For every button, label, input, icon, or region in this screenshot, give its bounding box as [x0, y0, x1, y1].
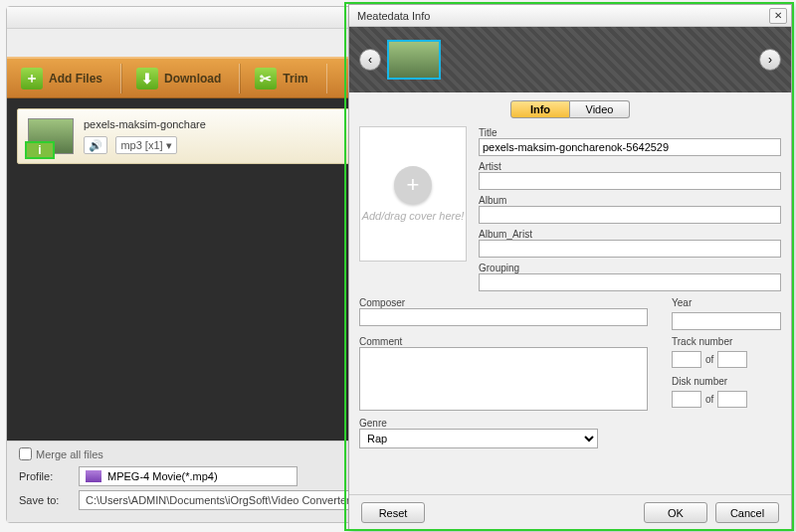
artist-input[interactable]	[479, 172, 781, 190]
download-button[interactable]: ⬇ Download	[121, 64, 240, 93]
saveto-path: C:\Users\ADMIN\Documents\iOrgSoft\Video …	[86, 494, 386, 506]
info-badge-text: i	[38, 143, 41, 157]
format-select[interactable]: mp3 [x1] ▾	[115, 136, 177, 154]
trim-button[interactable]: ✂ Trim	[240, 64, 326, 93]
metadata-dialog: Meatedata Info ✕ ‹ › Info Video + Add/dr…	[348, 4, 792, 531]
add-files-button[interactable]: ＋ Add Files	[7, 64, 121, 93]
comment-textarea[interactable]	[359, 347, 648, 411]
ok-button[interactable]: OK	[644, 502, 707, 523]
track-number-a-input[interactable]	[672, 351, 701, 368]
disk-number-label: Disk number	[672, 376, 781, 387]
album-artist-label: Album_Arist	[479, 229, 532, 240]
title-input[interactable]	[479, 138, 781, 156]
cover-hint: Add/drag cover here!	[362, 210, 465, 222]
file-thumbnail[interactable]: i	[28, 118, 74, 154]
dialog-title: Meatedata Info	[357, 10, 430, 22]
genre-select[interactable]: Rap	[359, 429, 598, 448]
disk-number-a-input[interactable]	[672, 391, 701, 408]
download-label: Download	[164, 72, 221, 86]
comment-label: Comment	[359, 336, 648, 347]
close-button[interactable]: ✕	[769, 8, 787, 24]
track-number-label: Track number	[672, 336, 781, 347]
file-name: pexels-maksim-gonchare	[84, 118, 206, 130]
thumbnail-strip: ‹ ›	[349, 27, 791, 92]
title-label: Title	[479, 127, 498, 138]
reset-button[interactable]: Reset	[361, 502, 425, 523]
chevron-left-icon: ‹	[368, 53, 372, 67]
info-badge[interactable]: i	[25, 141, 55, 159]
grouping-input[interactable]	[479, 273, 781, 291]
strip-thumbnail-selected[interactable]	[387, 40, 441, 80]
year-input[interactable]	[672, 312, 781, 330]
genre-label: Genre	[359, 418, 387, 429]
grouping-label: Grouping	[479, 263, 519, 273]
tab-info[interactable]: Info	[510, 100, 570, 118]
composer-label: Composer	[359, 297, 648, 308]
disk-of-label: of	[705, 394, 713, 405]
year-label: Year	[672, 297, 781, 308]
trim-icon: ✂	[255, 68, 277, 89]
profile-label: Profile:	[19, 470, 69, 482]
tab-strip: Info Video	[359, 100, 781, 118]
album-artist-input[interactable]	[479, 240, 781, 258]
profile-icon	[86, 470, 101, 482]
dialog-body: Info Video + Add/drag cover here! Title …	[349, 92, 791, 494]
trim-label: Trim	[283, 72, 307, 86]
composer-input[interactable]	[359, 308, 648, 326]
add-files-label: Add Files	[49, 72, 102, 86]
disk-number-b-input[interactable]	[717, 391, 747, 408]
profile-select[interactable]: MPEG-4 Movie(*.mp4)	[79, 466, 298, 486]
add-cover-icon: +	[394, 166, 432, 204]
track-of-label: of	[705, 354, 713, 365]
volume-icon[interactable]: 🔊	[84, 136, 107, 154]
download-icon: ⬇	[136, 68, 158, 89]
chevron-right-icon: ›	[768, 53, 772, 67]
album-input[interactable]	[479, 206, 781, 224]
next-button[interactable]: ›	[759, 49, 781, 71]
cover-dropzone[interactable]: + Add/drag cover here!	[359, 126, 467, 262]
artist-label: Artist	[479, 161, 501, 172]
dialog-footer: Reset OK Cancel	[349, 494, 791, 530]
cancel-button[interactable]: Cancel	[715, 502, 779, 523]
saveto-label: Save to:	[19, 494, 69, 506]
tab-video[interactable]: Video	[570, 100, 630, 118]
prev-button[interactable]: ‹	[359, 49, 381, 71]
close-icon: ✕	[774, 11, 782, 21]
merge-all-checkbox[interactable]	[19, 447, 32, 460]
dialog-titlebar: Meatedata Info ✕	[349, 5, 791, 27]
merge-all-label: Merge all files	[36, 448, 103, 460]
add-files-icon: ＋	[21, 68, 43, 89]
profile-value: MPEG-4 Movie(*.mp4)	[107, 470, 218, 482]
album-label: Album	[479, 195, 506, 206]
track-number-b-input[interactable]	[717, 351, 747, 368]
file-meta: pexels-maksim-gonchare 🔊 mp3 [x1] ▾	[84, 118, 206, 154]
